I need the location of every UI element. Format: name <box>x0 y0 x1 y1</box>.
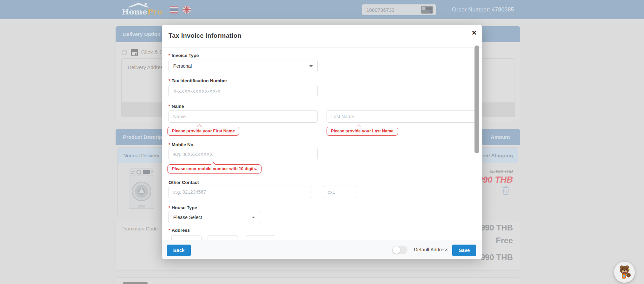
mobile-label: *Mobile No. <box>168 142 195 147</box>
delivery-type-label: Normal Delivery <box>123 148 159 163</box>
chevron-down-icon <box>309 65 313 67</box>
first-name-input[interactable] <box>168 110 318 123</box>
default-address-label: Default Address <box>414 240 448 259</box>
name-label-text: Name <box>172 104 184 109</box>
ext-input[interactable] <box>323 186 356 198</box>
last-name-error-tooltip: Please provide your Last Name <box>327 127 398 136</box>
mobile-label-text: Mobile No. <box>172 142 194 147</box>
total-value: 990 THB <box>481 253 513 262</box>
bottom-section-thumbnail <box>123 282 148 284</box>
thai-flag-icon[interactable] <box>170 6 178 13</box>
invoice-type-value: Personal <box>173 60 192 72</box>
trash-icon[interactable] <box>502 186 510 195</box>
top-header: HomePro <box>0 0 644 19</box>
subtotal-value: 990 THB <box>481 223 513 232</box>
first-name-error-text: Please provide your First Name <box>172 129 235 133</box>
other-contact-input[interactable] <box>168 186 311 198</box>
mobile-error-text: Please enter mobile number with 10 digit… <box>172 166 257 171</box>
other-contact-label: Other Contact <box>168 180 199 185</box>
homepro-logo[interactable]: HomePro <box>122 2 162 17</box>
mobile-error-tooltip: Please enter mobile number with 10 digit… <box>167 164 262 173</box>
tooltip-arrow <box>197 124 202 129</box>
invoice-type-label: *Invoice Type <box>168 53 199 58</box>
back-button[interactable]: Back <box>167 245 191 256</box>
modal-footer: Back Default Address Save <box>162 240 482 259</box>
house-type-value: Please Select <box>173 211 202 223</box>
first-name-error-tooltip: Please provide your First Name <box>167 127 239 136</box>
thai-flag-graphic <box>170 6 178 13</box>
bottom-section <box>116 277 520 284</box>
modal-header-divider <box>162 47 482 48</box>
other-contact-label-text: Other Contact <box>168 180 199 185</box>
chat-mascot-button[interactable] <box>614 262 635 283</box>
required-mark: * <box>168 78 170 83</box>
tax-invoice-modal: Tax Invoice Information × *Invoice Type … <box>162 25 482 259</box>
click-collect-radio[interactable] <box>122 50 127 55</box>
logo-text-home: Home <box>122 7 147 16</box>
member-card-field <box>362 4 436 15</box>
logo-text: HomePro <box>122 7 162 16</box>
house-type-label: *House Type <box>168 205 197 210</box>
invoice-type-select[interactable]: Personal <box>168 60 318 72</box>
required-mark: * <box>168 228 170 233</box>
required-mark: * <box>168 142 170 147</box>
invoice-type-label-text: Invoice Type <box>172 53 199 58</box>
member-card-input[interactable] <box>366 4 420 15</box>
tooltip-arrow <box>357 124 361 129</box>
toggle-knob <box>393 246 400 254</box>
delivery-option-title: Delivery Option <box>123 26 160 42</box>
required-mark: * <box>168 104 170 109</box>
mobile-input[interactable] <box>168 148 318 160</box>
close-icon[interactable]: × <box>472 28 477 38</box>
tax-id-label: *Tax Identification Number <box>168 78 227 83</box>
price-original: 15,990 THB <box>490 169 513 174</box>
last-name-input[interactable] <box>327 110 477 123</box>
tooltip-arrow <box>211 162 216 167</box>
house-type-label-text: House Type <box>172 205 197 210</box>
address-label: *Address <box>168 228 190 233</box>
uk-flag-graphic <box>183 6 191 13</box>
bear-mascot-icon <box>617 264 632 280</box>
shipping-fee-value: Free <box>496 236 513 245</box>
required-mark: * <box>168 53 170 58</box>
required-mark: * <box>168 205 170 210</box>
free-shipping-badge: Free Shipping <box>479 148 513 163</box>
tax-id-input[interactable] <box>168 85 318 97</box>
promotion-code-label: Promotion Code <box>121 226 158 231</box>
default-address-toggle[interactable] <box>392 246 407 254</box>
address-label-text: Address <box>172 228 190 233</box>
price-sale: 990 THB <box>478 175 513 185</box>
name-label: *Name <box>168 104 184 109</box>
store-icon <box>130 49 139 56</box>
product-image-washer <box>129 168 154 210</box>
logo-text-pro: Pro <box>147 7 162 16</box>
delivery-address-placeholder: Delivery Address <box>128 64 166 70</box>
modal-title: Tax Invoice Information <box>168 32 241 39</box>
last-name-error-text: Please provide your Last Name <box>331 129 394 133</box>
member-card-icon <box>421 6 433 14</box>
uk-flag-icon[interactable] <box>183 6 191 13</box>
tax-id-label-text: Tax Identification Number <box>172 78 227 83</box>
house-type-select[interactable]: Please Select <box>168 211 260 223</box>
col-amount: Amount <box>491 129 510 145</box>
chevron-down-icon <box>252 217 255 218</box>
order-number: Order Number: 4780385 <box>452 0 514 19</box>
page: HomePro <box>0 0 644 284</box>
modal-scrollbar[interactable] <box>474 45 479 153</box>
save-button[interactable]: Save <box>452 245 476 256</box>
